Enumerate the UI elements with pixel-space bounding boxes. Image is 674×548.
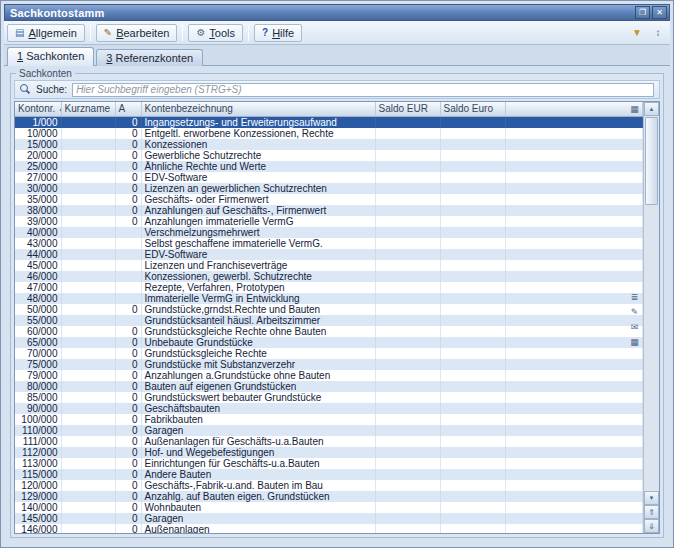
- column-header-kontenbezeichnung[interactable]: Kontenbezeichnung: [141, 102, 375, 116]
- column-header-saldo-euro[interactable]: Saldo Euro: [440, 102, 505, 116]
- scroll-up-button[interactable]: ▲: [644, 102, 659, 116]
- cell-a: 0: [115, 480, 141, 491]
- table-row[interactable]: 112/0000Hof- und Wegebefestigungen: [15, 447, 643, 458]
- table-row[interactable]: 90/0000Geschäftsbauten: [15, 403, 643, 414]
- toolbar-button-hilfe[interactable]: ?Hilfe: [254, 24, 302, 42]
- cell-kurzname: [61, 282, 115, 293]
- cell-kontenbezeichnung: Hof- und Wegebefestigungen: [141, 447, 375, 458]
- cell-filler: [505, 128, 643, 139]
- table-button[interactable]: ▦: [628, 337, 641, 349]
- table-row[interactable]: 27/0000EDV-Software: [15, 172, 643, 183]
- table-row[interactable]: 145/0000Garagen: [15, 513, 643, 524]
- table-row[interactable]: 35/0000Geschäfts- oder Firmenwert: [15, 194, 643, 205]
- cell-kontenbezeichnung: Anzahlungen auf Geschäfts-, Firmenwert: [141, 205, 375, 216]
- sort-button[interactable]: ↕: [649, 24, 667, 42]
- table-row[interactable]: 113/0000Einrichtungen für Geschäfts-u.a.…: [15, 458, 643, 469]
- cell-kontenbezeichnung: Rezepte, Verfahren, Prototypen: [141, 282, 375, 293]
- search-input[interactable]: [72, 83, 654, 97]
- table-row[interactable]: 115/0000Andere Bauten: [15, 469, 643, 480]
- column-header-kurzname[interactable]: Kurzname: [61, 102, 115, 116]
- cell-kontonr: 50/000: [15, 304, 61, 315]
- cell-kontenbezeichnung: Garagen: [141, 513, 375, 524]
- cell-a: 0: [115, 172, 141, 183]
- cell-saldo-eur: [375, 436, 440, 447]
- table-row[interactable]: 45/000Lizenzen und Franchiseverträge: [15, 260, 643, 271]
- table-row[interactable]: 30/0000Lizenzen an gewerblichen Schutzre…: [15, 183, 643, 194]
- table-row[interactable]: 60/0000Grundstücksgleiche Rechte ohne Ba…: [15, 326, 643, 337]
- table-row[interactable]: 47/000Rezepte, Verfahren, Prototypen: [15, 282, 643, 293]
- table-row[interactable]: 10/0000Entgeltl. erworbene Konzessionen,…: [15, 128, 643, 139]
- table-row[interactable]: 44/000EDV-Software: [15, 249, 643, 260]
- cell-kurzname: [61, 436, 115, 447]
- maximize-button[interactable]: ❐: [635, 6, 650, 19]
- table-row[interactable]: 146/0000Außenanlagen: [15, 524, 643, 534]
- table-row[interactable]: 48/000Immaterielle VermG in Entwicklung: [15, 293, 643, 304]
- mail-button[interactable]: ✉: [628, 322, 641, 334]
- cell-a: 0: [115, 150, 141, 161]
- cell-kontonr: 44/000: [15, 249, 61, 260]
- column-header-saldo-eur[interactable]: Saldo EUR: [375, 102, 440, 116]
- table-row[interactable]: 100/0000Fabrikbauten: [15, 414, 643, 425]
- table-row[interactable]: 70/0000Grundstücksgleiche Rechte: [15, 348, 643, 359]
- toolbar-button-tools[interactable]: ⚙Tools: [188, 24, 243, 42]
- column-chooser-button[interactable]: ▦: [627, 103, 642, 115]
- cell-saldo-eur: [375, 469, 440, 480]
- column-header-filler[interactable]: [505, 102, 643, 116]
- toolbar-button-label: Tools: [209, 27, 235, 39]
- table-row[interactable]: 65/0000Unbebaute Grundstücke: [15, 337, 643, 348]
- cell-kontonr: 65/000: [15, 337, 61, 348]
- close-button[interactable]: ✕: [652, 6, 667, 19]
- tab-3-referenzkonten[interactable]: 3 Referenzkonten: [96, 49, 203, 66]
- tab-1-sachkonten[interactable]: 1 Sachkonten: [7, 47, 94, 66]
- table-row[interactable]: 120/0000Geschäfts-,Fabrik-u.and. Bauten …: [15, 480, 643, 491]
- table-row[interactable]: 110/0000Garagen: [15, 425, 643, 436]
- cell-saldo-euro: [440, 304, 505, 315]
- double-arrow-up-icon: ⇑: [648, 508, 655, 517]
- table-row[interactable]: 20/0000Gewerbliche Schutzrechte: [15, 150, 643, 161]
- cell-kurzname: [61, 414, 115, 425]
- cell-kontonr: 43/000: [15, 238, 61, 249]
- page-up-button[interactable]: ⇑: [644, 505, 659, 519]
- table-row[interactable]: 129/0000Anzahlg. auf Bauten eigen. Grund…: [15, 491, 643, 502]
- scrollbar-thumb[interactable]: [645, 117, 658, 205]
- table-row[interactable]: 40/000Verschmelzungsmehrwert: [15, 227, 643, 238]
- table-row[interactable]: 79/0000Anzahlungen a.Grundstücke ohne Ba…: [15, 370, 643, 381]
- table-row[interactable]: 38/0000Anzahlungen auf Geschäfts-, Firme…: [15, 205, 643, 216]
- scrollbar-track[interactable]: [644, 116, 659, 491]
- column-header-a[interactable]: A: [115, 102, 141, 116]
- table-row[interactable]: 1/0000Ingangsetzungs- und Erweiterungsau…: [15, 116, 643, 128]
- table-row[interactable]: 46/000Konzessionen, gewerbl. Schutzrecht…: [15, 271, 643, 282]
- cell-kurzname: [61, 139, 115, 150]
- cell-kontenbezeichnung: Konzessionen: [141, 139, 375, 150]
- cell-saldo-eur: [375, 282, 440, 293]
- table-row[interactable]: 43/000Selbst geschaffene immaterielle Ve…: [15, 238, 643, 249]
- cell-kurzname: [61, 458, 115, 469]
- table-row[interactable]: 111/0000Außenanlagen für Geschäfts-u.a.B…: [15, 436, 643, 447]
- page-down-button[interactable]: ⇓: [644, 519, 659, 533]
- table-row[interactable]: 85/0000Grundstückswert bebauter Grundstü…: [15, 392, 643, 403]
- toolbar-button-bearbeiten[interactable]: ✎Bearbeiten: [96, 24, 178, 42]
- cell-kontonr: 40/000: [15, 227, 61, 238]
- cell-a: 0: [115, 447, 141, 458]
- edit-button[interactable]: ✎: [628, 307, 641, 319]
- cell-saldo-euro: [440, 392, 505, 403]
- table-row[interactable]: 15/0000Konzessionen: [15, 139, 643, 150]
- table-row[interactable]: 80/0000Bauten auf eigenen Grundstücken: [15, 381, 643, 392]
- vertical-scrollbar[interactable]: ▲ ▼ ⇑ ⇓: [643, 102, 659, 533]
- list-button[interactable]: ≣: [628, 292, 641, 304]
- cell-kontenbezeichnung: Ingangsetzungs- und Erweiterungsaufwand: [141, 116, 375, 128]
- cell-a: 0: [115, 128, 141, 139]
- column-header-kontonr-[interactable]: Kontonr.▲: [15, 102, 61, 116]
- table-icon: ▦: [630, 337, 639, 347]
- table-row[interactable]: 39/0000Anzahlungen immaterielle VermG: [15, 216, 643, 227]
- scroll-down-button[interactable]: ▼: [644, 491, 659, 505]
- filter-button[interactable]: ▼: [628, 24, 646, 42]
- table-row[interactable]: 75/0000Grundstücke mit Substanzverzehr: [15, 359, 643, 370]
- table-row[interactable]: 50/0000Grundstücke,grndst.Rechte und Bau…: [15, 304, 643, 315]
- toolbar-button-allgemein[interactable]: ▤Allgemein: [7, 24, 85, 42]
- table-row[interactable]: 25/0000Ähnliche Rechte und Werte: [15, 161, 643, 172]
- cell-kontenbezeichnung: Grundstücksanteil häusl. Arbeitszimmer: [141, 315, 375, 326]
- table-row[interactable]: 140/0000Wohnbauten: [15, 502, 643, 513]
- cell-saldo-euro: [440, 238, 505, 249]
- table-row[interactable]: 55/000Grundstücksanteil häusl. Arbeitszi…: [15, 315, 643, 326]
